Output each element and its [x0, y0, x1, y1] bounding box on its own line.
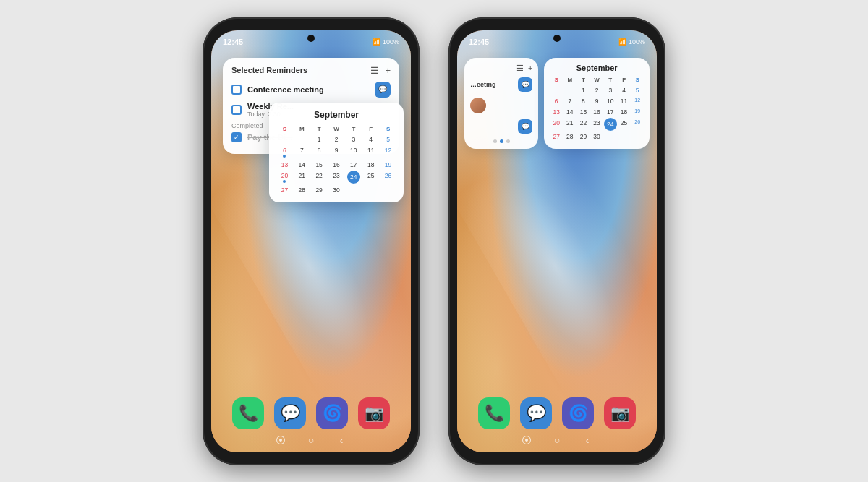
calendar-popup-1[interactable]: September S M T W T F S 1 2 3 4 5 6 7	[269, 103, 404, 202]
cal-day-2[interactable]: 2	[328, 134, 345, 145]
cal-day-7[interactable]: 7	[294, 145, 310, 159]
nav-bar-1: ⦿ ○ ‹	[211, 434, 411, 447]
cal2-day-2[interactable]: 2	[590, 85, 603, 95]
dock-phone-1[interactable]: 📞	[232, 397, 264, 429]
cal-day-1[interactable]: 1	[311, 134, 328, 145]
cal-day-17[interactable]: 17	[345, 160, 362, 170]
cal-day-14[interactable]: 14	[294, 160, 310, 170]
battery-label-2: 100%	[629, 38, 645, 46]
list-icon-1[interactable]: ☰	[370, 65, 379, 76]
cal2-day-14[interactable]: 14	[563, 107, 576, 117]
reminder-item-1[interactable]: Conference meeting 💬	[231, 82, 391, 98]
cal-day-10[interactable]: 10	[345, 145, 362, 159]
cal-day-26[interactable]: 26	[380, 171, 396, 184]
cal-day-16[interactable]: 16	[328, 160, 345, 170]
cal-day-4[interactable]: 4	[362, 134, 379, 145]
cal-day-19[interactable]: 19	[380, 160, 396, 170]
cal-day-12[interactable]: 12	[380, 145, 396, 159]
cal2-day-1[interactable]: 1	[577, 85, 590, 95]
cal2-day-29[interactable]: 29	[577, 132, 590, 142]
cal2-day-27[interactable]: 27	[550, 132, 563, 142]
cal2-day-26[interactable]: 26	[631, 118, 644, 131]
cal-day-5[interactable]: 5	[380, 134, 396, 145]
cal2-day-7[interactable]: 7	[563, 96, 576, 106]
status-icons-1: 📶 100%	[373, 38, 399, 46]
cal-day-30[interactable]: 30	[328, 185, 345, 195]
cal-day-25[interactable]: 25	[362, 171, 379, 184]
cal-day-27[interactable]: 27	[276, 185, 293, 195]
dock-1: 📞 💬 🌀 📷	[211, 397, 411, 429]
cal2-day-28[interactable]: 28	[563, 132, 576, 142]
cal2-day-30[interactable]: 30	[590, 132, 603, 142]
cal2-day-9[interactable]: 9	[590, 96, 603, 106]
rs-item-3[interactable]: 💬	[470, 119, 532, 134]
cal-day-29[interactable]: 29	[311, 185, 328, 195]
dock-galaxy-2[interactable]: 🌀	[562, 397, 594, 429]
reminders-small-widget[interactable]: ☰ + …eeting 💬 💬	[464, 58, 538, 149]
rs-add-icon[interactable]: +	[528, 64, 532, 73]
cal2-day-4[interactable]: 4	[618, 85, 631, 95]
cal-day-9[interactable]: 9	[328, 145, 345, 159]
cal2-day-17[interactable]: 17	[604, 107, 617, 117]
reminder-checkbox-completed-1[interactable]: ✓	[231, 132, 242, 142]
cal-day-11[interactable]: 11	[362, 145, 379, 159]
reminder-text-1: Conference meeting	[247, 85, 369, 94]
dock-phone-2[interactable]: 📞	[478, 397, 510, 429]
cal2-day-13[interactable]: 13	[550, 107, 563, 117]
cal2-day-3[interactable]: 3	[604, 85, 617, 95]
cal-day-15[interactable]: 15	[311, 160, 328, 170]
nav-recent-1[interactable]: ⦿	[274, 434, 287, 447]
cal-day-22[interactable]: 22	[311, 171, 328, 184]
cal2-day-24-today[interactable]: 24	[604, 118, 617, 131]
cal2-day-15[interactable]: 15	[577, 107, 590, 117]
rs-text-1: …eeting	[470, 81, 496, 88]
cal-day-24-today[interactable]: 24	[347, 171, 360, 184]
cal-day-3[interactable]: 3	[345, 134, 362, 145]
cal2-day-12[interactable]: 12	[631, 96, 644, 106]
cal2-day-19[interactable]: 19	[631, 107, 644, 117]
dock-chat-1[interactable]: 💬	[274, 397, 306, 429]
nav-back-1[interactable]: ‹	[335, 434, 348, 447]
phone-2-screen: 12:45 📶 100% ☰ + …eeting 💬	[457, 30, 657, 452]
dock-camera-2[interactable]: 📷	[604, 397, 636, 429]
rs-badge-1: 💬	[518, 77, 532, 92]
cal-day-13[interactable]: 13	[276, 160, 293, 170]
cal2-day-23[interactable]: 23	[590, 118, 603, 131]
dock-chat-2[interactable]: 💬	[520, 397, 552, 429]
add-icon-1[interactable]: +	[385, 65, 391, 76]
dock-camera-1[interactable]: 📷	[358, 397, 390, 429]
nav-recent-2[interactable]: ⦿	[520, 434, 533, 447]
cal-day-28[interactable]: 28	[294, 185, 310, 195]
dock-galaxy-1[interactable]: 🌀	[316, 397, 348, 429]
cal-day-8[interactable]: 8	[311, 145, 328, 159]
cal2-day-20[interactable]: 20	[550, 118, 563, 131]
nav-back-2[interactable]: ‹	[581, 434, 594, 447]
camera-notch-1	[307, 35, 315, 42]
cal2-day-16[interactable]: 16	[590, 107, 603, 117]
cal-day-6[interactable]: 6	[276, 145, 293, 159]
cal2-header-wed: W	[590, 75, 603, 85]
cal2-day-5[interactable]: 5	[631, 85, 644, 95]
rs-item-2[interactable]	[470, 98, 532, 113]
phone-2: 12:45 📶 100% ☰ + …eeting 💬	[448, 17, 665, 465]
reminder-checkbox-1[interactable]	[231, 85, 242, 95]
cal2-day-8[interactable]: 8	[577, 96, 590, 106]
cal-day-20[interactable]: 20	[276, 171, 293, 184]
rs-item-1[interactable]: …eeting 💬	[470, 77, 532, 92]
cal2-day-25[interactable]: 25	[618, 118, 631, 131]
calendar-widget-2[interactable]: September S M T W T F S 1 2 3 4 5 6	[544, 58, 650, 149]
cal2-day-6[interactable]: 6	[550, 96, 563, 106]
nav-home-1[interactable]: ○	[305, 434, 318, 447]
cal2-day-18[interactable]: 18	[618, 107, 631, 117]
cal2-day-21[interactable]: 21	[563, 118, 576, 131]
cal2-day-10[interactable]: 10	[604, 96, 617, 106]
cal-day-23[interactable]: 23	[328, 171, 345, 184]
cal2-day-11[interactable]: 11	[618, 96, 631, 106]
cal2-day-22[interactable]: 22	[577, 118, 590, 131]
rs-list-icon[interactable]: ☰	[516, 64, 524, 73]
cal-day-18[interactable]: 18	[362, 160, 379, 170]
reminder-checkbox-2[interactable]	[231, 105, 242, 115]
cal-day-21[interactable]: 21	[294, 171, 310, 184]
nav-home-2[interactable]: ○	[550, 434, 563, 447]
cal-header-fri: F	[362, 124, 379, 134]
